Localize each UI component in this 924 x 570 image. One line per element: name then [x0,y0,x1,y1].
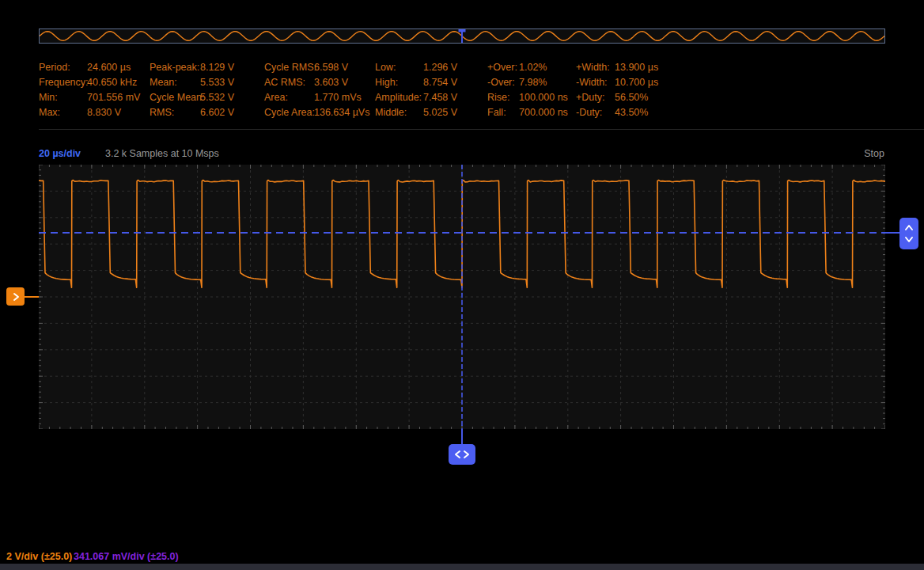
measurement-row: AC RMS:3.603 V [264,75,369,90]
trigger-position-line [461,429,463,444]
measurement-value: 1.296 V [423,60,457,75]
measurement-value: 701.556 mV [87,90,140,105]
channel-offset-handle-button[interactable] [6,287,25,306]
measurement-column: Period:24.600 µsFrequency:40.650 kHzMin:… [39,60,140,120]
measurement-row: Mean:5.533 V [150,75,234,90]
measurement-value: 1.770 mVs [314,90,362,105]
measurement-row: -Duty:43.50% [576,105,658,120]
measurement-value: 136.634 µVs [314,105,369,120]
measurement-value: 56.50% [615,90,648,105]
measurement-label: Rise: [487,90,519,105]
measurement-value: 24.600 µs [87,60,131,75]
measurement-row: Low:1.296 V [375,60,457,75]
measurement-value: 10.700 µs [615,75,658,90]
measurement-value: 6.598 V [314,60,348,75]
chevron-up-down-icon [903,222,915,245]
channel1-scale-label[interactable]: 2 V/div (±25.0) [6,551,72,562]
measurement-label: Peak-peak: [150,60,200,75]
measurement-label: Area: [264,90,314,105]
measurement-value: 5.025 V [423,105,457,120]
section-divider [39,129,924,130]
measurement-label: Mean: [150,75,200,90]
measurement-column: Cycle RMS:6.598 VAC RMS:3.603 VArea:1.77… [264,60,369,120]
measurement-row: Frequency:40.650 kHz [39,75,140,90]
scope-graticule[interactable] [39,165,885,429]
measurement-label: Max: [39,105,87,120]
measurement-label: +Duty: [576,90,615,105]
measurement-value: 5.532 V [200,90,234,105]
measurement-value: 1.02% [519,60,547,75]
acquisition-state[interactable]: Stop [864,148,884,159]
measurement-column: Low:1.296 VHigh:8.754 VAmplitude:7.458 V… [375,60,457,120]
window-bottom-bar [0,564,924,570]
measurement-label: -Width: [576,75,615,90]
measurement-row: Peak-peak:8.129 V [150,60,234,75]
channel2-scale-label[interactable]: 341.067 mV/div (±25.0) [74,551,179,562]
measurement-row: Middle:5.025 V [375,105,457,120]
measurement-row: Fall:700.000 ns [487,105,568,120]
measurement-row: Cycle Area:136.634 µVs [264,105,369,120]
scope-header: 20 µs/div 3.2 k Samples at 10 Msps Stop [39,148,885,161]
measurement-value: 6.602 V [200,105,234,120]
measurement-label: High: [375,75,423,90]
measurement-label: +Width: [576,60,615,75]
measurement-label: Cycle Area: [264,105,314,120]
sample-rate-info: 3.2 k Samples at 10 Msps [105,148,219,159]
measurement-row: Cycle Mean:5.532 V [150,90,234,105]
trigger-position-handle-button[interactable] [449,444,475,465]
measurement-label: -Over: [487,75,519,90]
measurement-row: +Duty:56.50% [576,90,658,105]
measurement-label: RMS: [150,105,200,120]
measurement-value: 8.754 V [423,75,457,90]
measurement-value: 5.533 V [200,75,234,90]
measurement-row: -Over:7.98% [487,75,568,90]
measurement-row: High:8.754 V [375,75,457,90]
measurement-label: Period: [39,60,87,75]
measurement-row: Amplitude:7.458 V [375,90,457,105]
trigger-level-handle-button[interactable] [899,218,918,249]
measurement-row: Area:1.770 mVs [264,90,369,105]
measurement-label: Middle: [375,105,423,120]
measurement-label: Amplitude: [375,90,423,105]
measurement-label: -Duty: [576,105,615,120]
measurement-value: 8.830 V [87,105,121,120]
measurement-label: Frequency: [39,75,87,90]
measurement-row: Max:8.830 V [39,105,140,120]
measurement-value: 700.000 ns [519,105,568,120]
channel-scale-bar: 2 V/div (±25.0) 341.067 mV/div (±25.0) [0,551,924,564]
measurement-value: 40.650 kHz [87,75,137,90]
measurement-row: Cycle RMS:6.598 V [264,60,369,75]
measurement-value: 7.98% [519,75,547,90]
measurement-row: +Over:1.02% [487,60,568,75]
overview-waveform [40,29,884,43]
measurement-row: -Width:10.700 µs [576,75,658,90]
measurement-label: Cycle Mean: [150,90,200,105]
measurement-label: Low: [375,60,423,75]
capture-overview-strip[interactable] [39,28,885,44]
channel-offset-line [25,296,39,298]
measurement-label: Fall: [487,105,519,120]
measurement-value: 8.129 V [200,60,234,75]
measurement-value: 7.458 V [423,90,457,105]
measurement-label: AC RMS: [264,75,314,90]
measurement-row: Period:24.600 µs [39,60,140,75]
measurement-column: Peak-peak:8.129 VMean:5.533 VCycle Mean:… [150,60,234,120]
measurement-value: 3.603 V [314,75,348,90]
measurement-label: Min: [39,90,87,105]
scope-plot [39,165,885,429]
measurement-label: +Over: [487,60,519,75]
measurements-panel: Period:24.600 µsFrequency:40.650 kHzMin:… [39,60,672,120]
measurement-row: Min:701.556 mV [39,90,140,105]
measurement-value: 100.000 ns [519,90,568,105]
measurement-row: RMS:6.602 V [150,105,234,120]
measurement-value: 43.50% [615,105,648,120]
chevron-left-right-icon [452,449,472,460]
trigger-level-line [885,232,899,234]
measurement-row: Rise:100.000 ns [487,90,568,105]
measurement-column: +Width:13.900 µs-Width:10.700 µs+Duty:56… [576,60,658,120]
chevron-right-icon [10,291,21,302]
measurement-value: 13.900 µs [615,60,658,75]
measurement-row: +Width:13.900 µs [576,60,658,75]
measurement-label: Cycle RMS: [264,60,314,75]
timebase-setting[interactable]: 20 µs/div [39,148,81,159]
